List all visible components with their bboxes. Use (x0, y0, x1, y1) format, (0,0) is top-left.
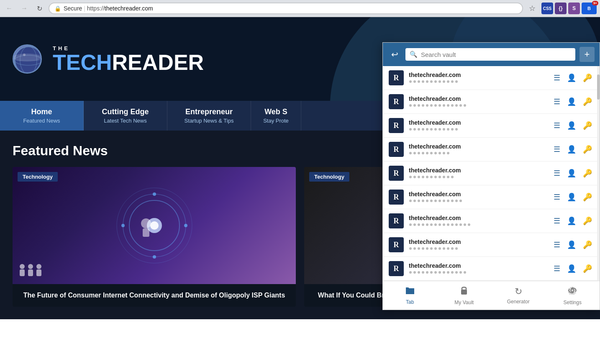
vault-back-button[interactable]: ↩ (388, 48, 401, 61)
news-card-1-image (13, 167, 296, 284)
bitwarden-badge: 9+ (592, 1, 598, 5)
vault-item-2-actions: ☰ 👤 🔑 (552, 95, 594, 108)
vault-user-icon-7[interactable]: 👤 (565, 215, 578, 227)
vault-copy-icon-3[interactable]: ☰ (552, 119, 562, 132)
vault-item-4-user (409, 151, 547, 156)
vault-item-9-info: thetechreader.com (409, 262, 547, 275)
logo-tech: TECH (53, 50, 112, 74)
vault-key-icon-3[interactable]: 🔑 (581, 119, 594, 132)
tab-folder-icon (405, 286, 415, 297)
vault-user-icon-1[interactable]: 👤 (565, 72, 578, 84)
vault-copy-icon-6[interactable]: ☰ (552, 191, 562, 203)
vault-item-8-favicon: R (389, 237, 404, 252)
vault-item-4[interactable]: R thetechreader.com ☰ 👤 🔑 (383, 138, 600, 161)
vault-key-icon-6[interactable]: 🔑 (581, 191, 594, 203)
nav-cutting-main: Cutting Edge (96, 108, 154, 116)
s-extension[interactable]: S (568, 3, 580, 14)
vault-item-6[interactable]: R thetechreader.com ☰ 👤 🔑 (383, 185, 600, 209)
extensions-bar: CSS {} S B 9+ (541, 3, 597, 14)
vault-item-2[interactable]: R thetechreader.com ☰ 👤 🔑 (383, 90, 600, 114)
vault-copy-icon-5[interactable]: ☰ (552, 167, 562, 179)
vault-user-icon-3[interactable]: 👤 (565, 119, 578, 132)
nav-item-home[interactable]: Home Featured News (0, 101, 84, 131)
logo-globe (13, 44, 42, 74)
vault-tab-label: Tab (406, 299, 414, 305)
vault-item-3-favicon: R (389, 118, 404, 133)
vault-user-icon-6[interactable]: 👤 (565, 191, 578, 203)
vault-key-icon-4[interactable]: 🔑 (581, 143, 594, 156)
vault-user-icon-4[interactable]: 👤 (565, 143, 578, 156)
vault-search-input[interactable] (421, 51, 571, 58)
vault-copy-icon-4[interactable]: ☰ (552, 143, 562, 156)
vault-footer: Tab My Vault ↻ Generator (383, 281, 600, 310)
vault-item-7-user (409, 222, 547, 227)
vault-key-icon-7[interactable]: 🔑 (581, 215, 594, 227)
svg-point-16 (20, 264, 25, 269)
vault-item-3[interactable]: R thetechreader.com ☰ 👤 🔑 (383, 114, 600, 138)
secure-icon: 🔒 (54, 5, 61, 12)
vault-settings-button[interactable]: Settings (546, 281, 600, 310)
vault-item-8[interactable]: R thetechreader.com ☰ 👤 🔑 (383, 233, 600, 257)
vault-item-9[interactable]: R thetechreader.com ☰ 👤 🔑 (383, 257, 600, 281)
vault-user-icon-2[interactable]: 👤 (565, 95, 578, 108)
vault-key-icon-9[interactable]: 🔑 (581, 262, 594, 275)
vault-key-icon-2[interactable]: 🔑 (581, 95, 594, 108)
vault-copy-icon-7[interactable]: ☰ (552, 215, 562, 227)
vault-myvault-label: My Vault (454, 300, 474, 305)
css-extension[interactable]: CSS (541, 3, 553, 14)
nav-item-web[interactable]: Web S Stay Prote (251, 101, 301, 131)
vault-item-8-info: thetechreader.com (409, 238, 547, 251)
vault-key-icon-8[interactable]: 🔑 (581, 238, 594, 251)
nav-web-main: Web S (259, 108, 292, 116)
vault-myvault-button[interactable]: My Vault (437, 281, 492, 310)
logo-reader: READER (112, 50, 204, 74)
news-card-1-title: The Future of Consumer Internet Connecti… (13, 284, 296, 307)
vault-copy-icon-9[interactable]: ☰ (552, 262, 562, 275)
vault-tab-button[interactable]: Tab (383, 281, 437, 310)
news-card-1[interactable]: Technology The Future of Consumer Intern… (13, 167, 296, 307)
vault-copy-icon-8[interactable]: ☰ (552, 238, 562, 251)
scrollbar-track[interactable] (597, 66, 600, 281)
vault-item-8-user (409, 246, 547, 251)
vault-item-7-domain: thetechreader.com (409, 215, 547, 221)
vault-item-7-actions: ☰ 👤 🔑 (552, 215, 594, 227)
nav-home-main: Home (13, 108, 71, 116)
vault-copy-icon-2[interactable]: ☰ (552, 95, 562, 108)
vault-key-icon-5[interactable]: 🔑 (581, 167, 594, 179)
address-bar[interactable]: 🔒 Secure | https://thetechreader.com (49, 3, 523, 14)
forward-button[interactable]: → (18, 3, 30, 14)
vault-item-2-user (409, 103, 547, 108)
svg-point-8 (153, 192, 156, 196)
vault-item-4-favicon: R (389, 142, 404, 157)
vault-key-icon-1[interactable]: 🔑 (581, 72, 594, 84)
vault-item-7-favicon: R (389, 213, 404, 228)
bookmark-button[interactable]: ☆ (526, 3, 538, 14)
vault-generator-button[interactable]: ↻ Generator (491, 281, 546, 310)
vault-add-button[interactable]: + (579, 47, 595, 62)
back-button[interactable]: ← (3, 3, 15, 14)
vault-item-1[interactable]: R thetechreader.com ☰ 👤 🔑 (383, 66, 600, 90)
vault-item-5[interactable]: R thetechreader.com ☰ 👤 🔑 (383, 161, 600, 185)
svg-point-9 (184, 224, 187, 227)
vault-item-5-info: thetechreader.com (409, 167, 547, 179)
news-card-1-tag: Technology (18, 172, 58, 182)
nav-item-entrepreneur[interactable]: Entrepreneur Startup News & Tips (167, 101, 251, 131)
vault-item-5-user (409, 174, 547, 179)
json-extension[interactable]: {} (555, 3, 567, 14)
svg-rect-15 (143, 228, 149, 237)
refresh-button[interactable]: ↻ (33, 3, 45, 14)
bitwarden-extension[interactable]: B 9+ (582, 3, 597, 14)
vault-user-icon-5[interactable]: 👤 (565, 167, 578, 179)
vault-copy-icon-1[interactable]: ☰ (552, 72, 562, 84)
vault-list: R thetechreader.com ☰ 👤 🔑 (383, 66, 600, 281)
my-vault-lock-icon (460, 285, 468, 298)
vault-item-8-actions: ☰ 👤 🔑 (552, 238, 594, 251)
vault-item-7[interactable]: R thetechreader.com ☰ 👤 🔑 (383, 209, 600, 233)
vault-item-3-actions: ☰ 👤 🔑 (552, 119, 594, 132)
svg-point-20 (36, 264, 41, 269)
vault-user-icon-8[interactable]: 👤 (565, 238, 578, 251)
vault-user-icon-9[interactable]: 👤 (565, 262, 578, 275)
scrollbar-thumb[interactable] (597, 74, 600, 100)
vault-item-3-domain: thetechreader.com (409, 119, 547, 126)
nav-item-cutting-edge[interactable]: Cutting Edge Latest Tech News (84, 101, 167, 131)
